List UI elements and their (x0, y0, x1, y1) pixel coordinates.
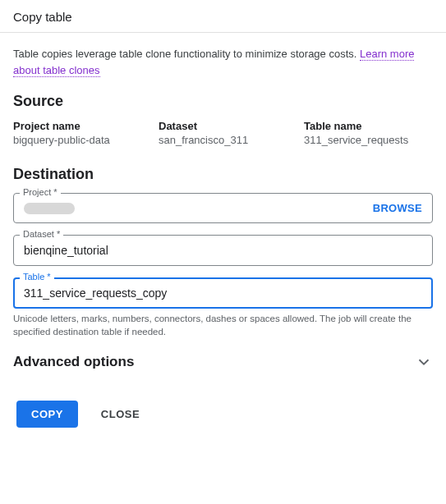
copy-button[interactable]: COPY (16, 401, 78, 428)
dialog-title: Copy table (13, 10, 433, 24)
source-project-value: bigquery-public-data (13, 134, 142, 146)
source-dataset-value: san_francisco_311 (159, 134, 287, 146)
project-field[interactable]: BROWSE (13, 193, 433, 223)
source-dataset-label: Dataset (159, 120, 287, 132)
description-text: Table copies leverage table clone functi… (13, 48, 360, 60)
project-field-label: Project * (20, 187, 61, 197)
dialog-content: Table copies leverage table clone functi… (0, 33, 446, 451)
source-dataset: Dataset san_francisco_311 (159, 120, 287, 146)
project-redacted-value (24, 203, 75, 214)
browse-button[interactable]: BROWSE (373, 202, 422, 214)
dataset-field-label: Dataset * (20, 229, 63, 239)
table-field-label: Table * (20, 272, 54, 282)
source-grid: Project name bigquery-public-data Datase… (13, 120, 433, 146)
source-project-label: Project name (13, 120, 142, 132)
advanced-options-title: Advanced options (13, 354, 134, 370)
source-table-value: 311_service_requests (304, 134, 433, 146)
source-project: Project name bigquery-public-data (13, 120, 142, 146)
dataset-input[interactable] (24, 244, 422, 257)
close-button[interactable]: CLOSE (88, 401, 153, 428)
dialog-header: Copy table (0, 0, 446, 33)
source-table-label: Table name (304, 120, 433, 132)
dataset-field-wrap: Dataset * (13, 235, 433, 266)
table-input[interactable] (24, 286, 422, 300)
dataset-field[interactable] (13, 235, 433, 266)
description: Table copies leverage table clone functi… (13, 46, 433, 78)
destination-section-title: Destination (13, 166, 433, 183)
source-section-title: Source (13, 93, 433, 110)
table-field-wrap: Table * Unicode letters, marks, numbers,… (13, 277, 433, 338)
advanced-options-toggle[interactable]: Advanced options (13, 341, 433, 376)
table-field[interactable] (13, 277, 433, 309)
table-helper-text: Unicode letters, marks, numbers, connect… (13, 312, 433, 338)
chevron-down-icon (415, 353, 433, 371)
source-table: Table name 311_service_requests (304, 120, 433, 146)
project-field-wrap: Project * BROWSE (13, 193, 433, 223)
dialog-actions: COPY CLOSE (13, 401, 433, 438)
